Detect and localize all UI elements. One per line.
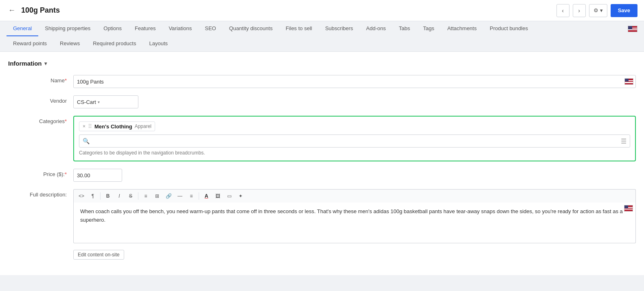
toolbar-ul-btn[interactable]: ≡: [140, 191, 151, 201]
vendor-dropdown-icon: ▾: [98, 100, 100, 104]
tab-subscribers[interactable]: Subscribers: [319, 21, 360, 36]
vendor-select[interactable]: CS-Cart ▾: [73, 95, 138, 108]
tabs-row1: General Shipping properties Options Feat…: [7, 21, 534, 36]
price-field-wrapper: [73, 169, 636, 182]
tab-seo[interactable]: SEO: [198, 21, 222, 36]
language-flag-icon: [628, 26, 637, 32]
header-right: ‹ › ⚙ ▾ Save: [556, 4, 637, 17]
page-title: 100g Pants: [21, 6, 60, 15]
tab-product-bundles[interactable]: Product bundles: [483, 21, 534, 36]
language-flag-container: [628, 21, 637, 36]
name-required-marker: *: [65, 77, 67, 84]
vendor-field-wrapper: CS-Cart ▾: [73, 95, 636, 108]
tabs-row2: Reward points Reviews Required products …: [7, 36, 174, 51]
name-field-row: Name*: [8, 75, 636, 88]
tab-addons[interactable]: Add-ons: [359, 21, 392, 36]
category-tag: × ⠿ Men's Clothing Apparel: [79, 121, 155, 131]
tab-tags[interactable]: Tags: [416, 21, 440, 36]
editor-content[interactable]: When coach calls you off the bench, you …: [73, 203, 636, 243]
header-left: ← 100g Pants: [7, 4, 60, 16]
gear-icon: ⚙: [594, 7, 598, 13]
description-field-row: Full description: <> ¶ B I S ≡ ⊞ 🔗 — ≡ A…: [8, 189, 636, 260]
tabs-row1-container: General Shipping properties Options Feat…: [0, 21, 644, 36]
description-text: When coach calls you off the bench, you …: [80, 208, 623, 223]
tab-quantity-discounts[interactable]: Quantity discounts: [223, 21, 279, 36]
categories-label: Categories*: [8, 116, 73, 124]
categories-field-row: Categories* × ⠿ Men's Clothing Apparel 🔍…: [8, 116, 636, 161]
price-label: Price ($):*: [8, 169, 73, 177]
toolbar-image-btn[interactable]: 🖼: [212, 191, 223, 201]
toolbar-code-btn[interactable]: <>: [76, 191, 87, 201]
toolbar-hr-btn[interactable]: —: [175, 191, 185, 201]
vendor-label: Vendor: [8, 95, 73, 104]
vendor-field-row: Vendor CS-Cart ▾: [8, 95, 636, 108]
price-input[interactable]: [73, 169, 122, 182]
toolbar-separator-1: [100, 192, 101, 200]
tab-general[interactable]: General: [7, 21, 38, 36]
category-remove-button[interactable]: ×: [83, 123, 85, 129]
toolbar-text-color-btn[interactable]: A: [201, 191, 212, 201]
main-content: Information ▾ Name* Vendor CS-Cart ▾ Cat…: [0, 52, 644, 275]
price-field-row: Price ($):*: [8, 169, 636, 182]
tab-tabs[interactable]: Tabs: [392, 21, 416, 36]
toolbar-paragraph-btn[interactable]: ¶: [88, 191, 98, 201]
section-header: Information ▾: [8, 60, 636, 67]
tab-reward-points[interactable]: Reward points: [7, 36, 53, 51]
back-button[interactable]: ←: [7, 4, 17, 16]
price-required-marker: *: [65, 171, 67, 177]
tab-reviews[interactable]: Reviews: [53, 36, 86, 51]
section-chevron-icon[interactable]: ▾: [44, 61, 47, 66]
tab-shipping-properties[interactable]: Shipping properties: [38, 21, 97, 36]
toolbar-italic-btn[interactable]: I: [114, 191, 125, 201]
toolbar-align-btn[interactable]: ≡: [186, 191, 197, 201]
name-language-flag-icon: [624, 78, 633, 85]
tab-wrapper: General Shipping properties Options Feat…: [0, 21, 644, 52]
tab-files-to-sell[interactable]: Files to sell: [279, 21, 319, 36]
toolbar-separator-2: [138, 192, 138, 200]
editor-wrapper: <> ¶ B I S ≡ ⊞ 🔗 — ≡ A 🖼 ▭ ✦ When coach …: [73, 189, 636, 260]
search-icon: 🔍: [83, 138, 90, 144]
editor-toolbar: <> ¶ B I S ≡ ⊞ 🔗 — ≡ A 🖼 ▭ ✦: [73, 189, 636, 203]
description-label: Full description:: [8, 189, 73, 198]
toolbar-bold-btn[interactable]: B: [103, 191, 113, 201]
settings-button[interactable]: ⚙ ▾: [589, 4, 607, 17]
nav-prev-button[interactable]: ‹: [556, 4, 570, 17]
toolbar-link-btn[interactable]: 🔗: [163, 191, 174, 201]
edit-content-button[interactable]: Edit content on-site: [73, 250, 124, 260]
section-title: Information: [8, 60, 42, 67]
name-label: Name*: [8, 75, 73, 84]
category-drag-handle[interactable]: ⠿: [88, 123, 92, 130]
vendor-value: CS-Cart: [77, 99, 96, 105]
category-parent: Apparel: [135, 123, 151, 129]
editor-language-flag-icon: [624, 205, 633, 212]
category-name: Men's Clothing: [94, 123, 132, 130]
toolbar-table-btn[interactable]: ⊞: [152, 191, 162, 201]
chevron-down-icon: ▾: [600, 7, 603, 13]
toolbar-media-btn[interactable]: ▭: [224, 191, 234, 201]
toolbar-separator-3: [199, 192, 199, 200]
header: ← 100g Pants ‹ › ⚙ ▾ Save: [0, 0, 644, 21]
tab-attachments[interactable]: Attachments: [441, 21, 483, 36]
toolbar-pin-btn[interactable]: ✦: [235, 191, 246, 201]
list-icon[interactable]: ☰: [621, 137, 626, 145]
category-search-row: 🔍 ☰: [79, 134, 630, 148]
toolbar-strikethrough-btn[interactable]: S: [125, 191, 136, 201]
categories-box: × ⠿ Men's Clothing Apparel 🔍 ☰ Categorie…: [73, 116, 636, 161]
save-button[interactable]: Save: [611, 4, 637, 17]
category-search-input[interactable]: [92, 138, 621, 144]
tab-options[interactable]: Options: [97, 21, 128, 36]
nav-next-button[interactable]: ›: [573, 4, 586, 17]
tab-variations[interactable]: Variations: [162, 21, 198, 36]
tabs-row2-container: Reward points Reviews Required products …: [0, 36, 644, 51]
categories-hint: Categories to be displayed in the naviga…: [79, 150, 630, 156]
tab-layouts[interactable]: Layouts: [142, 36, 174, 51]
name-field-wrapper: [73, 75, 636, 88]
tab-features[interactable]: Features: [128, 21, 162, 36]
name-input[interactable]: [73, 75, 636, 88]
categories-required-marker: *: [65, 118, 67, 124]
tab-required-products[interactable]: Required products: [86, 36, 142, 51]
